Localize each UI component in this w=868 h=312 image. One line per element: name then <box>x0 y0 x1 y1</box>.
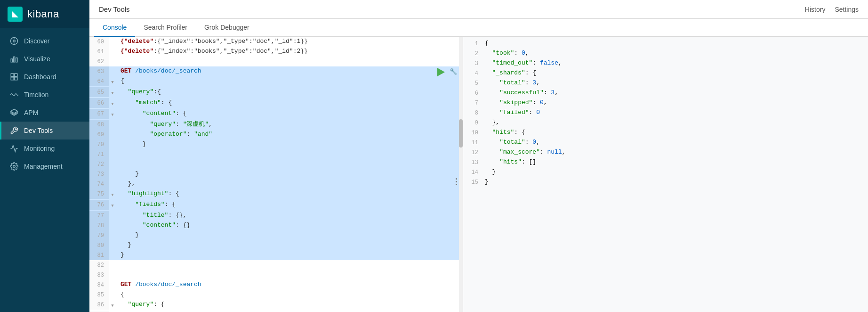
svg-point-1 <box>13 40 16 42</box>
tab-console[interactable]: Console <box>94 19 135 37</box>
sidebar-item-apm[interactable]: APM <box>0 104 89 122</box>
sidebar-item-devtools[interactable]: Dev Tools <box>0 122 89 140</box>
table-row: 81 } <box>89 250 463 260</box>
table-row: 73 } <box>89 169 463 179</box>
sidebar-item-timelion[interactable]: Timelion <box>0 86 89 104</box>
sidebar-item-visualize-label: Visualize <box>24 55 50 63</box>
list-item: 7 "skipped": 0, <box>463 98 868 108</box>
table-row: 80 } <box>89 240 463 250</box>
sidebar-item-apm-label: APM <box>24 109 38 116</box>
code-editor[interactable]: 60 {"delete":{"_index":"books","_type":"… <box>89 37 463 312</box>
wave-icon <box>10 90 18 99</box>
sidebar-item-monitoring[interactable]: Monitoring <box>0 140 89 157</box>
table-row: 67 ▼ "content": { <box>89 109 463 120</box>
topbar-title: Dev Tools <box>99 5 130 13</box>
list-item: 5 "total": 3, <box>463 78 868 88</box>
output-code: 1 { 2 "took": 0, 3 "timed_out": false, 4… <box>463 37 868 189</box>
list-item: 1 { <box>463 39 868 49</box>
compass-icon <box>10 37 18 45</box>
svg-rect-9 <box>11 77 14 80</box>
svg-point-12 <box>13 165 16 168</box>
table-row: 65 ▼ "query":{ <box>89 87 463 98</box>
list-item: 8 "failed": 0 <box>463 108 868 118</box>
table-row: 77 "title": {}, <box>89 211 463 221</box>
table-row: 68 "query": "深虚机", <box>89 120 463 130</box>
list-item: 15 } <box>463 177 868 187</box>
sidebar-item-dashboard[interactable]: Dashboard <box>0 68 89 86</box>
main-area: Dev Tools History Settings Console Searc… <box>89 0 868 312</box>
table-row: 71 <box>89 149 463 159</box>
sidebar-item-timelion-label: Timelion <box>24 91 48 99</box>
svg-rect-10 <box>15 77 17 80</box>
tabs-bar: Console Search Profiler Grok Debugger <box>89 19 868 37</box>
heart-icon <box>10 144 18 153</box>
topbar-actions: History Settings <box>805 6 859 13</box>
list-item: 14 } <box>463 167 868 177</box>
svg-rect-8 <box>15 74 17 76</box>
svg-rect-5 <box>14 57 15 62</box>
table-row: 64 ▼ { <box>89 76 463 87</box>
table-row: 63 GET /books/doc/_search 🔧 <box>89 66 463 76</box>
bar-chart-icon <box>10 55 18 63</box>
table-row: 86 ▼ "query": { <box>89 300 463 311</box>
run-button[interactable] <box>437 67 445 77</box>
table-row: 82 <box>89 260 463 270</box>
kibana-logo-icon <box>8 7 23 22</box>
settings-link[interactable]: Settings <box>835 6 859 13</box>
list-item: 3 "timed_out": false, <box>463 58 868 68</box>
tab-grok-debugger[interactable]: Grok Debugger <box>196 19 258 37</box>
topbar: Dev Tools History Settings <box>89 0 868 19</box>
layers-icon <box>10 108 18 117</box>
sidebar-item-discover-label: Discover <box>24 37 49 45</box>
table-row: 75 ▼ "highlight": { <box>89 189 463 200</box>
sidebar-item-management-label: Management <box>24 163 63 170</box>
table-row: 83 <box>89 270 463 280</box>
table-row: 78 "content": {} <box>89 221 463 230</box>
tab-search-profiler[interactable]: Search Profiler <box>135 19 196 37</box>
sidebar-item-management[interactable]: Management <box>0 157 89 175</box>
table-row: 61 {"delete":{"_index":"books","_type":"… <box>89 47 463 57</box>
svg-rect-6 <box>16 58 17 62</box>
editor-panel: 60 {"delete":{"_index":"books","_type":"… <box>89 37 463 312</box>
table-row: 72 <box>89 159 463 169</box>
sidebar-item-dashboard-label: Dashboard <box>24 73 56 81</box>
sidebar-item-visualize[interactable]: Visualize <box>0 50 89 68</box>
list-item: 13 "hits": [] <box>463 157 868 167</box>
list-item: 4 "_shards": { <box>463 68 868 78</box>
table-row: 69 "operator": "and" <box>89 130 463 140</box>
table-row: 85 { <box>89 290 463 300</box>
table-row: 84 GET /books/doc/_search <box>89 280 463 290</box>
gear-nav-icon <box>10 162 18 171</box>
context-menu-dots[interactable] <box>456 178 457 185</box>
history-link[interactable]: History <box>805 6 826 13</box>
list-item: 2 "took": 0, <box>463 49 868 58</box>
logo: kibana <box>0 0 89 28</box>
editor-container: 60 {"delete":{"_index":"books","_type":"… <box>89 37 868 312</box>
list-item: 6 "successful": 3, <box>463 88 868 98</box>
wrench-button[interactable]: 🔧 <box>450 67 457 77</box>
kibana-logo-text: kibana <box>27 8 59 20</box>
list-item: 12 "max_score": null, <box>463 148 868 157</box>
table-row: 66 ▼ "match": { <box>89 98 463 109</box>
table-row: 79 } <box>89 230 463 240</box>
list-item: 11 "total": 0, <box>463 138 868 148</box>
editor-scroll[interactable]: 60 {"delete":{"_index":"books","_type":"… <box>89 37 463 312</box>
list-item: 10 "hits": { <box>463 128 868 138</box>
table-row: 62 <box>89 57 463 66</box>
svg-rect-4 <box>11 59 12 62</box>
list-item: 9 }, <box>463 118 868 128</box>
wrench-nav-icon <box>10 126 18 135</box>
table-row: 60 {"delete":{"_index":"books","_type":"… <box>89 37 463 47</box>
svg-rect-7 <box>11 74 14 76</box>
sidebar-item-discover[interactable]: Discover <box>0 32 89 50</box>
editor-scrollbar[interactable] <box>459 37 463 312</box>
output-panel: 1 { 2 "took": 0, 3 "timed_out": false, 4… <box>463 37 868 312</box>
grid-icon <box>10 73 18 81</box>
table-row: 76 ▼ "fields": { <box>89 200 463 211</box>
sidebar: kibana Discover Visualize Dashboard <box>0 0 89 312</box>
sidebar-nav: Discover Visualize Dashboard Timelion <box>0 28 89 312</box>
sidebar-item-monitoring-label: Monitoring <box>24 145 55 152</box>
table-row: 70 } <box>89 140 463 149</box>
sidebar-item-devtools-label: Dev Tools <box>24 127 53 134</box>
table-row: 74 }, <box>89 179 463 189</box>
